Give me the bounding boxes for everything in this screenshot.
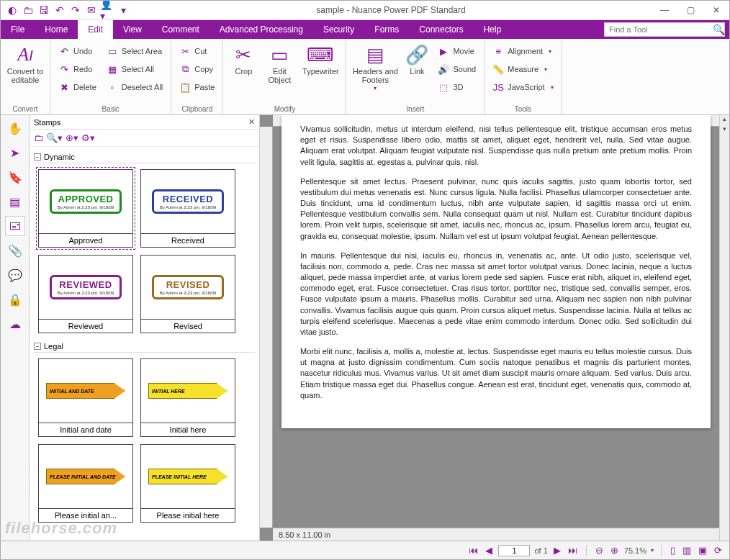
view-rotate-icon[interactable]: ⟳ (713, 545, 724, 556)
scrollbar-vertical[interactable]: ▴ ▾ (719, 115, 729, 541)
javascript-button[interactable]: JSJavaScript▾ (490, 79, 555, 95)
page-total: of 1 (534, 546, 547, 555)
alignment-button[interactable]: ≡Alignment▾ (490, 43, 555, 59)
document-area: Vivamus sollicitudin, metus ut interdum … (260, 115, 719, 541)
edit-object-button[interactable]: ▭Edit Object (262, 42, 297, 87)
stamps-folder-icon[interactable]: 🗀 (34, 132, 43, 143)
menu-security[interactable]: Security (313, 20, 364, 39)
minimize-button[interactable]: — (652, 1, 677, 19)
collapse-icon[interactable]: − (34, 343, 41, 350)
next-page-icon[interactable]: ▶ (552, 545, 562, 556)
find-tool[interactable]: 🔍 (604, 22, 725, 37)
view-single-icon[interactable]: ▯ (669, 545, 677, 556)
group-label-convert: Convert (5, 104, 45, 113)
stamp-approved[interactable]: APPROVEDBy Admin at 2:23 pm, 9/18/09Appr… (38, 169, 133, 248)
search-icon[interactable]: 🔍 (713, 24, 725, 35)
hand-tool-icon[interactable]: ✋ (5, 118, 25, 138)
save-icon[interactable]: 🖫 (37, 3, 51, 17)
document-page[interactable]: Vivamus sollicitudin, metus ut interdum … (281, 115, 711, 428)
menu-edit[interactable]: Edit (78, 20, 113, 39)
undo-button[interactable]: ↶Undo (56, 43, 99, 59)
headers-footers-button[interactable]: ▤Headers and Footers▾ (351, 42, 400, 95)
redo-button[interactable]: ↷Redo (56, 61, 99, 77)
ribbon-group-tools: ≡Alignment▾ 📏Measure▾ JSJavaScript▾ Tool… (485, 39, 562, 114)
window-buttons: — ▢ ✕ (652, 1, 729, 19)
find-tool-input[interactable] (605, 25, 713, 34)
stamps-add-icon[interactable]: ⊕▾ (66, 132, 78, 143)
stamps-search-icon[interactable]: 🔍▾ (46, 132, 63, 143)
zoom-value[interactable]: 75.1% (624, 546, 646, 555)
crop-button[interactable]: ✂Crop (227, 42, 259, 78)
redo-icon[interactable]: ↷ (68, 3, 83, 17)
category-legal-header[interactable]: −Legal (34, 340, 255, 353)
stamp-received[interactable]: RECEIVEDBy Admin at 2:23 pm, 9/18/09Rece… (140, 169, 235, 248)
qat-dropdown-icon[interactable]: ▾ (116, 3, 130, 17)
view-continuous-icon[interactable]: ▥ (681, 545, 693, 556)
pages-icon[interactable]: ▤ (5, 191, 25, 212)
crop-icon: ✂ (235, 45, 251, 66)
select-area-button[interactable]: ▭Select Area (104, 43, 165, 59)
stamp-initial-and-date[interactable]: INITIAL AND DATEInitial and date (38, 358, 133, 437)
page-number-input[interactable] (498, 545, 530, 556)
scroll-down-icon[interactable]: ▾ (720, 125, 729, 135)
delete-button[interactable]: ✖Delete (56, 79, 99, 95)
last-page-icon[interactable]: ⏭ (567, 545, 579, 556)
cut-button[interactable]: ✂Cut (177, 43, 217, 59)
convert-to-editable-button[interactable]: AI Convert to editable (5, 42, 45, 87)
sound-icon: 🔊 (438, 64, 449, 75)
stamp-revised[interactable]: REVISEDBy Admin at 2:23 pm, 9/18/09Revis… (140, 255, 235, 333)
menu-connectors[interactable]: Connectors (409, 20, 473, 39)
view-facing-icon[interactable]: ▣ (697, 545, 708, 556)
collapse-icon[interactable]: − (34, 153, 41, 161)
stamps-rail-icon[interactable]: 🖃 (5, 216, 25, 236)
zoom-in-icon[interactable]: ⊕ (609, 545, 620, 556)
panel-close-icon[interactable]: ✕ (248, 117, 255, 127)
comments-icon[interactable]: 💬 (5, 265, 25, 285)
user-icon[interactable]: 👤▾ (100, 3, 114, 17)
paste-button[interactable]: 📋Paste (177, 79, 217, 95)
ruler-vertical (260, 127, 273, 528)
zoom-out-icon[interactable]: ⊖ (594, 545, 605, 556)
bookmark-icon[interactable]: 🔖 (5, 167, 25, 187)
sound-button[interactable]: 🔊Sound (436, 61, 478, 77)
stamp-reviewed[interactable]: REVIEWEDBy Admin at 2:23 pm, 9/18/09Revi… (38, 255, 133, 333)
cloud-icon[interactable]: ☁ (5, 314, 25, 334)
undo-icon[interactable]: ↶ (53, 3, 67, 17)
stamps-panel: Stamps ✕ 🗀 🔍▾ ⊕▾ ⚙▾ −Dynamic APPROVEDBy … (30, 115, 260, 541)
maximize-button[interactable]: ▢ (677, 1, 703, 19)
prev-page-icon[interactable]: ◀ (484, 545, 494, 556)
copy-button[interactable]: ⧉Copy (177, 61, 217, 77)
mail-icon[interactable]: ✉ (84, 3, 99, 17)
stamp-initial-here[interactable]: INITIAL HEREInitial here (140, 358, 235, 437)
deselect-all-button[interactable]: ▫Deselect All (104, 79, 165, 95)
menu-help[interactable]: Help (474, 20, 512, 39)
menu-comment[interactable]: Comment (152, 20, 209, 39)
stamp-please-initial-an-[interactable]: PLEASE INITIAL AND DATEPlease initial an… (38, 444, 133, 523)
menu-home[interactable]: Home (35, 20, 78, 39)
cut-icon: ✂ (179, 46, 191, 57)
close-button[interactable]: ✕ (703, 1, 729, 19)
scroll-up-icon[interactable]: ▴ (720, 115, 729, 125)
3d-button[interactable]: ⬚3D (436, 79, 478, 95)
typewriter-button[interactable]: ⌨Typewriter (299, 42, 341, 78)
movie-button[interactable]: ▶Movie (436, 43, 478, 59)
group-label-clipboard: Clipboard (176, 104, 218, 113)
open-icon[interactable]: 🗀 (21, 3, 35, 17)
alignment-icon: ≡ (492, 46, 504, 57)
link-button[interactable]: 🔗Link (402, 42, 431, 78)
security-rail-icon[interactable]: 🔒 (5, 289, 25, 310)
menu-forms[interactable]: Forms (364, 20, 409, 39)
stamp-please-initial-here[interactable]: PLEASE INITIAL HEREPlease initial here (140, 444, 235, 523)
category-dynamic-header[interactable]: −Dynamic (34, 151, 255, 163)
menu-view[interactable]: View (113, 20, 152, 39)
stamps-settings-icon[interactable]: ⚙▾ (81, 132, 95, 143)
attachments-icon[interactable]: 📎 (5, 240, 25, 261)
body-paragraph: Vivamus sollicitudin, metus ut interdum … (300, 124, 692, 168)
measure-button[interactable]: 📏Measure▾ (490, 61, 555, 77)
first-page-icon[interactable]: ⏮ (467, 545, 479, 556)
select-all-button[interactable]: ▦Select All (104, 61, 165, 77)
menu-advanced-processing[interactable]: Advanced Processing (209, 20, 313, 39)
menu-file[interactable]: File (1, 20, 35, 39)
pointer-icon[interactable]: ➤ (5, 143, 25, 163)
ribbon-group-clipboard: ✂Cut ⧉Copy 📋Paste Clipboard (171, 39, 223, 114)
